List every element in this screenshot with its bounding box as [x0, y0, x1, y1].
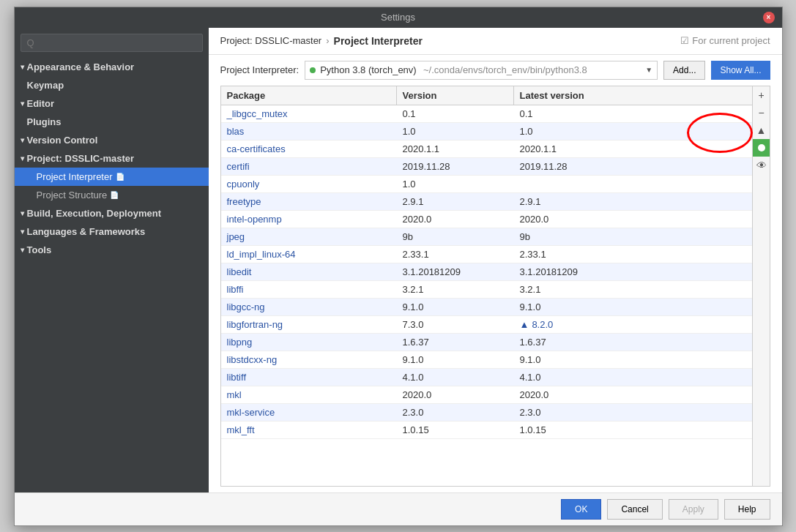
- chevron-icon: ▾: [21, 209, 24, 217]
- breadcrumb-separator: ›: [326, 35, 329, 46]
- chevron-down-icon[interactable]: ▼: [645, 66, 652, 74]
- package-latest: 1.0.15: [514, 422, 752, 438]
- table-row[interactable]: libgfortran-ng 7.3.0 ▲8.2.0: [221, 316, 752, 334]
- breadcrumb-parent: Project: DSSLIC-master: [220, 35, 322, 46]
- cancel-button[interactable]: Cancel: [607, 499, 662, 520]
- eye-icon[interactable]: 👁: [753, 157, 770, 174]
- package-version: 2020.0: [397, 386, 514, 403]
- sidebar-item-label: Project Structure: [37, 190, 108, 201]
- package-version: 4.1.0: [397, 369, 514, 386]
- breadcrumb-current: Project Interpreter: [334, 35, 423, 47]
- table-row[interactable]: libgcc-ng 9.1.0 9.1.0: [221, 299, 752, 316]
- dialog-body: ▾Appearance & Behavior▾Keymap▾Editor▾Plu…: [15, 28, 782, 492]
- package-latest: ▲8.2.0: [514, 316, 752, 333]
- package-latest: [514, 176, 752, 192]
- package-name: blas: [221, 123, 397, 140]
- package-name: jpeg: [221, 228, 397, 245]
- sidebar-item-label: Editor: [27, 98, 55, 109]
- sidebar-item-project[interactable]: ▾Project: DSSLIC-master: [15, 149, 209, 168]
- table-row[interactable]: intel-openmp 2020.0 2020.0: [221, 211, 752, 228]
- table-row[interactable]: mkl_fft 1.0.15 1.0.15: [221, 422, 752, 439]
- package-version: 1.0: [397, 176, 514, 192]
- table-header: Package Version Latest version: [221, 86, 752, 105]
- sidebar-item-label: Languages & Frameworks: [27, 226, 146, 237]
- table-row[interactable]: certifi 2019.11.28 2019.11.28: [221, 158, 752, 176]
- add-interpreter-button[interactable]: Add...: [663, 61, 705, 80]
- package-latest: 3.2.1: [514, 281, 752, 298]
- package-version: 7.3.0: [397, 316, 514, 333]
- table-row[interactable]: libffi 3.2.1 3.2.1: [221, 281, 752, 299]
- search-input[interactable]: [21, 34, 203, 52]
- table-row[interactable]: libtiff 4.1.0 4.1.0: [221, 369, 752, 386]
- table-row[interactable]: libstdcxx-ng 9.1.0 9.1.0: [221, 351, 752, 369]
- show-all-button[interactable]: Show All...: [711, 61, 770, 80]
- package-version: 2.33.1: [397, 246, 514, 263]
- package-version: 2.3.0: [397, 404, 514, 421]
- sidebar-item-tools[interactable]: ▾Tools: [15, 241, 209, 259]
- settings-dialog: Settings × ▾Appearance & Behavior▾Keymap…: [14, 7, 783, 526]
- add-package-button[interactable]: +: [753, 86, 770, 104]
- col-header-version: Version: [397, 86, 514, 105]
- sidebar-item-appearance[interactable]: ▾Appearance & Behavior: [15, 58, 209, 76]
- table-row[interactable]: _libgcc_mutex 0.1 0.1: [221, 105, 752, 123]
- chevron-icon: ▾: [21, 136, 24, 144]
- table-row[interactable]: mkl-service 2.3.0 2.3.0: [221, 404, 752, 422]
- interpreter-row: Project Interpreter: Python 3.8 (torch_e…: [209, 55, 782, 86]
- remove-package-button[interactable]: −: [753, 104, 770, 121]
- package-name: intel-openmp: [221, 211, 397, 228]
- table-row[interactable]: ld_impl_linux-64 2.33.1 2.33.1: [221, 246, 752, 263]
- packages-table-container: Package Version Latest version _libgcc_m…: [220, 86, 770, 487]
- sidebar-item-editor[interactable]: ▾Editor: [15, 94, 209, 113]
- sidebar-item-keymap[interactable]: ▾Keymap: [15, 76, 209, 94]
- sidebar-item-project-structure[interactable]: Project Structure📄: [15, 186, 209, 204]
- table-row[interactable]: mkl 2020.0 2020.0: [221, 386, 752, 404]
- table-row[interactable]: ca-certificates 2020.1.1 2020.1.1: [221, 141, 752, 158]
- table-row[interactable]: cpuonly 1.0: [221, 176, 752, 193]
- sidebar-item-project-interpreter[interactable]: Project Interpreter📄: [15, 168, 209, 186]
- chevron-icon: ▾: [21, 100, 24, 108]
- help-button[interactable]: Help: [724, 499, 770, 520]
- sidebar-item-languages[interactable]: ▾Languages & Frameworks: [15, 222, 209, 241]
- scroll-up-button[interactable]: ▲: [753, 121, 770, 139]
- package-latest: 2019.11.28: [514, 158, 752, 175]
- file-icon: 📄: [110, 191, 119, 199]
- package-name: mkl_fft: [221, 422, 397, 438]
- sidebar-item-version-control[interactable]: ▾Version Control: [15, 131, 209, 149]
- table-row[interactable]: blas 1.0 1.0: [221, 123, 752, 141]
- package-version: 2019.11.28: [397, 158, 514, 175]
- ok-button[interactable]: OK: [561, 499, 601, 520]
- interpreter-select[interactable]: Python 3.8 (torch_env) ~/.conda/envs/tor…: [305, 61, 658, 80]
- package-name: libstdcxx-ng: [221, 351, 397, 368]
- table-row[interactable]: libpng 1.6.37 1.6.37: [221, 334, 752, 351]
- package-latest: 3.1.20181209: [514, 263, 752, 280]
- package-latest: 0.1: [514, 105, 752, 122]
- table-row[interactable]: libedit 3.1.20181209 3.1.20181209: [221, 263, 752, 281]
- table-row[interactable]: jpeg 9b 9b: [221, 228, 752, 246]
- package-name: certifi: [221, 158, 397, 175]
- package-version: 1.0: [397, 123, 514, 140]
- upgrade-arrow-icon: ▲: [520, 319, 529, 330]
- package-name: libffi: [221, 281, 397, 298]
- package-name: _libgcc_mutex: [221, 105, 397, 122]
- dialog-footer: OK Cancel Apply Help: [15, 492, 782, 525]
- close-button[interactable]: ×: [763, 12, 775, 23]
- package-version: 9.1.0: [397, 299, 514, 315]
- show-all-wrapper: Show All...: [711, 61, 770, 80]
- sidebar-item-build[interactable]: ▾Build, Execution, Deployment: [15, 204, 209, 222]
- package-version: 2.9.1: [397, 193, 514, 210]
- package-name: mkl-service: [221, 404, 397, 421]
- package-version: 9b: [397, 228, 514, 245]
- chevron-icon: ▾: [21, 228, 24, 236]
- package-latest: 2020.1.1: [514, 141, 752, 157]
- sidebar-item-label: Tools: [27, 244, 52, 255]
- sidebar-item-plugins[interactable]: ▾Plugins: [15, 113, 209, 131]
- package-version: 2020.0: [397, 211, 514, 228]
- status-icon: [753, 139, 770, 157]
- table-row[interactable]: freetype 2.9.1 2.9.1: [221, 193, 752, 211]
- package-name: libtiff: [221, 369, 397, 386]
- title-bar: Settings ×: [15, 7, 782, 28]
- package-latest: 9.1.0: [514, 299, 752, 315]
- package-name: ld_impl_linux-64: [221, 246, 397, 263]
- package-latest: 9b: [514, 228, 752, 245]
- apply-button[interactable]: Apply: [669, 499, 718, 520]
